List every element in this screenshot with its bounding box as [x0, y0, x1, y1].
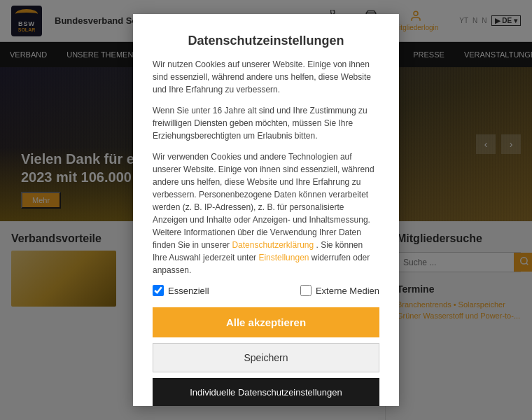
- modal-title: Datenschutzeinstellungen: [153, 34, 379, 48]
- modal-paragraph-3a: Wir verwenden Cookies und andere Technol…: [153, 152, 374, 250]
- checkbox-essenziell[interactable]: [153, 285, 164, 296]
- individual-settings-button[interactable]: Individuelle Datenschutzeinstellungen: [153, 378, 379, 406]
- modal-paragraph-2: Wenn Sie unter 16 Jahre alt sind und Ihr…: [153, 104, 379, 142]
- checkbox-externe-medien[interactable]: [300, 285, 312, 296]
- accept-all-button[interactable]: Alle akzeptieren: [153, 307, 379, 337]
- modal-paragraph-3: Wir verwenden Cookies und andere Technol…: [153, 150, 379, 276]
- save-button[interactable]: Speichern: [153, 343, 379, 372]
- checkbox-externe-medien-label: Externe Medien: [300, 285, 379, 296]
- einstellungen-link[interactable]: Einstellungen: [258, 253, 309, 262]
- checkbox-externe-medien-text: Externe Medien: [316, 286, 379, 296]
- checkbox-essenziell-label: Essenziell: [153, 285, 209, 296]
- cookie-overlay: Datenschutzeinstellungen Wir nutzen Cook…: [0, 0, 532, 420]
- checkbox-essenziell-text: Essenziell: [168, 286, 209, 296]
- modal-paragraph-1: Wir nutzen Cookies auf unserer Website. …: [153, 58, 379, 96]
- modal-checkboxes: Essenziell Externe Medien: [153, 285, 379, 296]
- datenschutz-link[interactable]: Datenschutzerklärung: [232, 240, 314, 250]
- cookie-modal: Datenschutzeinstellungen Wir nutzen Cook…: [133, 14, 399, 406]
